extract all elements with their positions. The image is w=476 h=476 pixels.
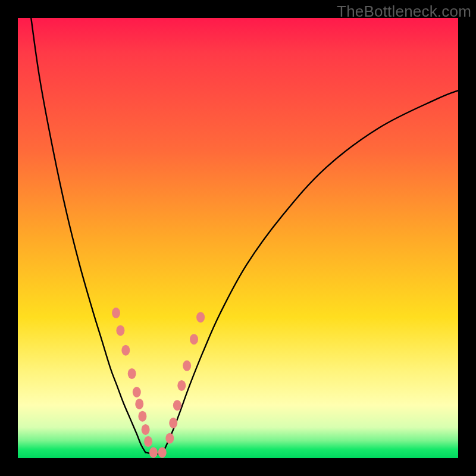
marker-dot — [169, 418, 177, 428]
marker-dot — [116, 325, 124, 336]
curve-paths — [31, 18, 458, 454]
curve-right-branch — [163, 90, 458, 452]
chart-frame: TheBottleneck.com — [0, 0, 476, 476]
marker-dot — [196, 312, 205, 322]
marker-dot — [158, 447, 167, 458]
marker-dot — [121, 345, 130, 356]
marker-dot — [177, 380, 186, 391]
marker-dot — [165, 433, 174, 444]
marker-dot — [138, 411, 146, 422]
marker-dot — [190, 334, 198, 345]
marker-dot — [173, 400, 181, 411]
chart-plot-area — [18, 18, 458, 458]
chart-svg — [18, 18, 458, 458]
marker-dot — [133, 387, 141, 397]
watermark-text: TheBottleneck.com — [337, 2, 471, 21]
marker-dot — [135, 399, 143, 409]
marker-dot — [128, 368, 136, 379]
marker-dot — [142, 424, 150, 435]
marker-dot — [149, 447, 158, 458]
marker-dot — [183, 361, 191, 371]
curve-left-branch — [31, 18, 145, 452]
marker-dot — [144, 436, 152, 447]
marker-dot — [112, 308, 120, 318]
